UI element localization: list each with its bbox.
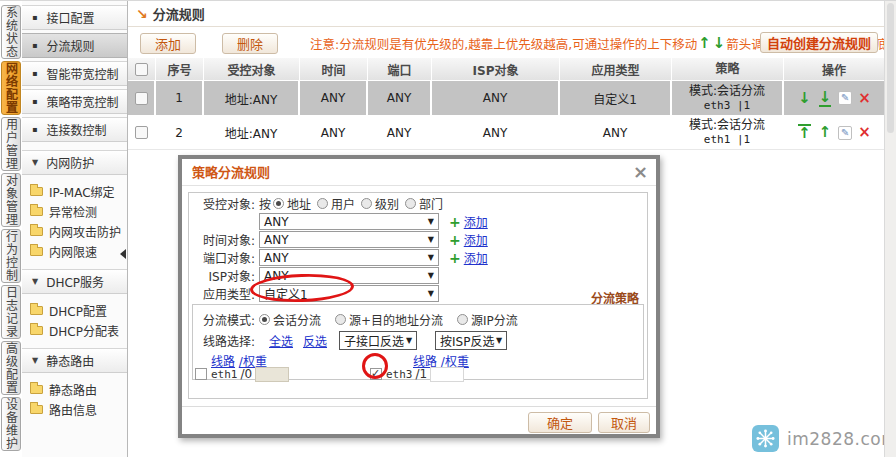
edit-icon[interactable]: ✎ <box>838 91 852 105</box>
line-name: eth3 <box>386 368 413 381</box>
radio-src-dst-split[interactable] <box>335 314 346 325</box>
sidebar-item-split-rules[interactable]: ▪分流规则 <box>22 33 127 58</box>
ok-button[interactable]: 确定 <box>528 412 592 433</box>
auto-create-rules-button[interactable]: 自动创建分流规则 <box>760 32 878 53</box>
pencil-glyph: ✎ <box>841 128 849 138</box>
sidebar-item-anomaly-detect[interactable]: 异常检测 <box>22 201 127 221</box>
sidebar-section-label: DHCP服务 <box>46 273 104 290</box>
cell-time: ANY <box>300 81 368 115</box>
edit-icon[interactable]: ✎ <box>838 126 852 140</box>
radio-src-ip-split[interactable] <box>457 314 468 325</box>
cell-isp: ANY <box>432 116 560 149</box>
sidebar-section-lan-protect[interactable]: ▼内网防护 <box>22 150 127 175</box>
tab-device-maintain[interactable]: 设备维护 <box>1 397 21 451</box>
scrollbar-thumb[interactable] <box>887 3 894 133</box>
vertical-scrollbar[interactable] <box>884 1 896 457</box>
app-type-label: 应用类型: <box>189 285 255 302</box>
line-weight: /1 <box>416 367 428 381</box>
radio-level[interactable] <box>361 198 372 209</box>
by-prefix: 按 <box>259 195 271 212</box>
radio-label: 会话分流 <box>273 311 321 328</box>
row-checkbox[interactable] <box>135 126 148 139</box>
tab-behavior-control[interactable]: 行为控制 <box>1 229 21 283</box>
weight-input-eth1[interactable] <box>255 367 289 382</box>
sidebar-item-label: 连接数控制 <box>46 121 106 138</box>
sidebar-collapse-icon[interactable] <box>120 249 126 259</box>
sidebar-section-label: 内网防护 <box>46 154 94 171</box>
pencil-glyph: ✎ <box>841 93 849 103</box>
row-checkbox[interactable] <box>135 92 148 105</box>
move-to-bottom-icon[interactable]: ↓ <box>819 90 832 107</box>
sidebar-item-smart-bandwidth[interactable]: ▪智能带宽控制 <box>22 61 127 86</box>
sidebar-item-route-info[interactable]: 路由信息 <box>22 399 127 419</box>
folder-icon <box>30 405 43 414</box>
sidebar-item-dhcp-table[interactable]: DHCP分配表 <box>22 320 127 340</box>
sub-interface-invert-select[interactable]: 子接口反选▼ <box>339 331 417 350</box>
dialog-form: 受控对象: 按 地址 用户 级别 部门 ANY▼ +添加 时间对象: ANY▼ … <box>188 192 648 399</box>
dialog-title: 策略分流规则 <box>182 159 656 186</box>
cell-app-type: 自定义1 <box>560 81 672 115</box>
tab-log-record[interactable]: 日志记录 <box>1 285 21 339</box>
radio-department[interactable] <box>405 198 416 209</box>
move-up-icon[interactable]: ↑ <box>819 125 832 140</box>
sidebar-item-interface-config[interactable]: ▪接口配置 <box>22 5 127 30</box>
add-button[interactable]: 添加 <box>140 33 196 54</box>
line-weight: /0 <box>241 367 253 381</box>
folder-icon <box>30 306 43 315</box>
target-select[interactable]: ANY▼ <box>259 213 439 230</box>
sidebar-item-dhcp-config[interactable]: DHCP配置 <box>22 300 127 320</box>
select-value: 子接口反选 <box>344 332 404 349</box>
sidebar-section-dhcp[interactable]: ▼DHCP服务 <box>22 269 127 294</box>
section-arrow-icon: ▼ <box>32 158 38 167</box>
radio-address[interactable] <box>273 198 284 209</box>
select-all-checkbox[interactable] <box>135 63 148 76</box>
radio-user[interactable] <box>317 198 328 209</box>
sidebar-item-lan-speed-limit[interactable]: 内网限速 <box>22 241 127 261</box>
tab-system-status[interactable]: 系统状态 <box>1 5 21 59</box>
tab-user-manage[interactable]: 用户管理 <box>1 117 21 171</box>
cancel-button[interactable]: 取消 <box>598 412 650 433</box>
content-header: ↘ 分流规则 <box>128 1 884 27</box>
radio-session-split[interactable] <box>259 314 270 325</box>
folder-icon <box>30 326 43 335</box>
sidebar-item-label: IP-MAC绑定 <box>49 183 115 200</box>
time-select[interactable]: ANY▼ <box>259 231 439 248</box>
select-all-link[interactable]: 全选 <box>269 332 293 349</box>
sidebar-section-static-route[interactable]: ▼静态路由 <box>22 348 127 373</box>
add-port-link[interactable]: 添加 <box>464 249 488 266</box>
delete-button[interactable]: 删除 <box>222 33 278 54</box>
line-checkbox-eth1[interactable] <box>195 368 207 380</box>
toolbar: 添加 删除 注意:分流规则是有优先级的,越靠上优先级越高,可通过操作的上下移动↑… <box>128 28 884 58</box>
line-checkbox-eth3[interactable] <box>370 368 382 380</box>
sidebar-item-connection-control[interactable]: ▪连接数控制 <box>22 117 127 142</box>
add-time-link[interactable]: 添加 <box>464 231 488 248</box>
tab-network-config[interactable]: 网络配置 <box>1 61 21 115</box>
move-to-top-icon[interactable]: ↑ <box>798 124 811 141</box>
port-select[interactable]: ANY▼ <box>259 249 439 266</box>
app-type-select[interactable]: 自定义1▼ <box>259 285 439 302</box>
move-down-icon[interactable]: ↓ <box>798 91 811 106</box>
line-name: eth1 <box>211 368 238 381</box>
sidebar-item-lan-attack-protect[interactable]: 内网攻击防护 <box>22 221 127 241</box>
port-label: 端口对象: <box>189 249 255 266</box>
cell-target: 地址:ANY <box>204 81 300 115</box>
bullet-icon: ▪ <box>32 125 37 134</box>
invert-select-link[interactable]: 反选 <box>303 332 327 349</box>
sidebar-item-label: 静态路由 <box>49 381 97 398</box>
cell-port: ANY <box>368 116 432 149</box>
sidebar-item-policy-bandwidth[interactable]: ▪策略带宽控制 <box>22 89 127 114</box>
isp-invert-select[interactable]: 按ISP反选▼ <box>435 331 507 350</box>
delete-icon[interactable]: × <box>858 125 871 140</box>
chevron-down-icon: ▼ <box>428 253 434 262</box>
weight-input-eth3[interactable] <box>430 367 464 382</box>
sidebar-item-static-route[interactable]: 静态路由 <box>22 379 127 399</box>
tab-object-manage[interactable]: 对象管理 <box>1 173 21 227</box>
line-select-label: 线路选择: <box>193 332 255 349</box>
col-header-target: 受控对象 <box>204 58 300 80</box>
tab-advanced-config[interactable]: 高级配置 <box>1 341 21 395</box>
close-icon[interactable]: × <box>633 161 648 182</box>
add-target-link[interactable]: 添加 <box>464 213 488 230</box>
isp-select[interactable]: ANY▼ <box>259 267 439 284</box>
sidebar-item-ip-mac-bind[interactable]: IP-MAC绑定 <box>22 181 127 201</box>
delete-icon[interactable]: × <box>858 91 871 106</box>
